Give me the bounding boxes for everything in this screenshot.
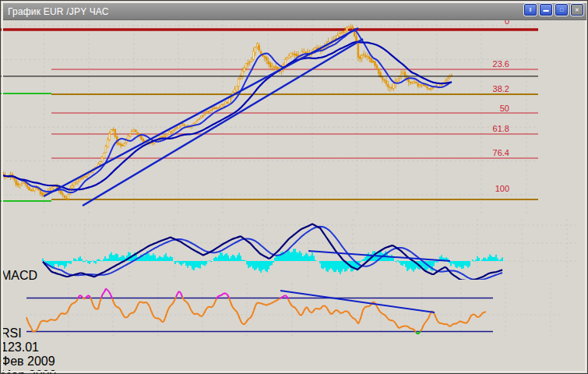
minimize-icon: ▬ xyxy=(544,7,549,12)
close-button[interactable]: ✕ xyxy=(570,3,584,16)
title-bar[interactable]: График EUR /JPY ЧАС xyxy=(3,3,586,20)
close-icon: ✕ xyxy=(575,7,579,12)
pause-icon: ‖ xyxy=(530,7,532,12)
window-buttons: ‖ ▬ □ ✕ xyxy=(523,3,584,16)
maximize-button[interactable]: □ xyxy=(555,3,569,16)
window-frame xyxy=(2,2,586,372)
maximize-icon: □ xyxy=(560,7,563,12)
window-title: График EUR /JPY ЧАС xyxy=(8,6,109,17)
chart-window: График EUR /JPY ЧАС ‖ ▬ □ ✕ Simple_Movin… xyxy=(0,0,588,374)
freeze-button[interactable]: ‖ xyxy=(523,3,537,16)
minimize-button[interactable]: ▬ xyxy=(539,3,553,16)
